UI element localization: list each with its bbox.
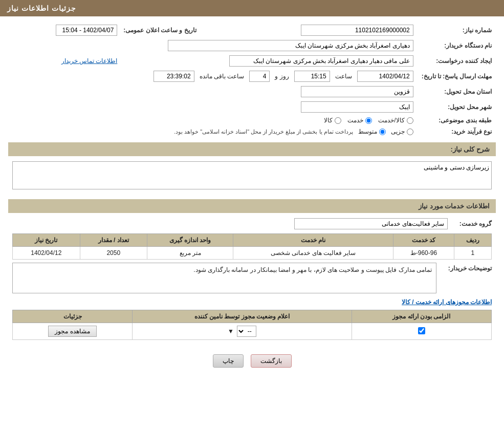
row-creator: ایجاد کننده درخواست: اطلاعات تماس خریدار — [8, 53, 496, 69]
category-radio-kala[interactable]: کالا — [324, 117, 341, 124]
description-textarea[interactable] — [12, 161, 492, 189]
buyer-org-input[interactable] — [168, 40, 413, 51]
cell-unit: متر مربع — [147, 247, 233, 260]
deadline-remaining-input[interactable] — [154, 71, 194, 82]
row-notice-date: شماره نیاز: تاریخ و ساعت اعلان عمومی: — [8, 23, 496, 38]
buyer-desc-text: تمامی مدارک فایل پیوست و صلاحیت های لازم… — [193, 266, 432, 273]
services-table-body: 1 960-96-ط سایر فعالیت های خدماتی شخصی م… — [13, 247, 492, 260]
services-table: ردیف کد خدمت نام خدمت واحد اندازه گیری ت… — [12, 233, 492, 260]
description-content: // Will be populated below — [8, 159, 496, 195]
license-table-body: -- ▼ مشاهده مجوز — [13, 323, 492, 340]
services-section-header: اطلاعات خدمات مورد نیاز — [8, 199, 496, 213]
col-index: ردیف — [454, 234, 491, 247]
deadline-time-label: ساعت — [335, 73, 352, 80]
col-details: جزئیات — [13, 310, 133, 323]
cell-details: مشاهده مجوز — [13, 323, 133, 340]
col-qty: تعداد / مقدار — [80, 234, 147, 247]
creator-input[interactable] — [229, 55, 413, 67]
row-deadline: مهلت ارسال پاسخ: تا تاریخ: ساعت روز و سا… — [8, 69, 496, 84]
service-group-row: گروه خدمت: — [12, 218, 492, 229]
category-kala-label: کالا — [324, 117, 333, 124]
row-city: شهر محل تحویل: — [8, 99, 496, 115]
service-group-input[interactable] — [294, 218, 448, 229]
buyer-desc-row: توضیحات خریدار: تمامی مدارک فایل پیوست و… — [12, 263, 492, 293]
deadline-days-input[interactable] — [249, 71, 270, 82]
date-input[interactable] — [56, 25, 117, 36]
date-label: تاریخ و ساعت اعلان عمومی: — [121, 23, 200, 38]
license-table: الزامی بودن ارائه مجوز اعلام وضعیت مجوز … — [12, 310, 492, 340]
info-table: شماره نیاز: تاریخ و ساعت اعلان عمومی: نا… — [8, 23, 496, 137]
notice-number-input[interactable] — [301, 25, 413, 36]
description-section-header: شرح کلی نیاز: — [8, 142, 496, 156]
main-content: شماره نیاز: تاریخ و ساعت اعلان عمومی: نا… — [0, 16, 504, 381]
category-khedmat-label: خدمت — [347, 117, 363, 124]
deadline-date-input[interactable] — [357, 71, 413, 82]
col-required: الزامی بودن ارائه مجوز — [352, 310, 491, 323]
license-table-header: الزامی بودن ارائه مجوز اعلام وضعیت مجوز … — [13, 310, 492, 323]
purchase-type-label: نوع فرآیند خرید: — [418, 126, 496, 137]
deadline-days-label: روز و — [275, 73, 289, 80]
col-code: کد خدمت — [393, 234, 454, 247]
city-label: شهر محل تحویل: — [418, 99, 496, 115]
view-license-button[interactable]: مشاهده مجوز — [48, 326, 96, 337]
required-checkbox[interactable] — [418, 327, 425, 334]
category-radio-kala-input[interactable] — [335, 117, 341, 124]
page-title: جزئیات اطلاعات نیاز — [7, 4, 76, 12]
table-row: 1 960-96-ط سایر فعالیت های خدماتی شخصی م… — [13, 247, 492, 260]
col-name: نام خدمت — [233, 234, 393, 247]
deadline-label: مهلت ارسال پاسخ: تا تاریخ: — [418, 69, 496, 84]
cell-date: 1402/04/12 — [13, 247, 80, 260]
col-unit: واحد اندازه گیری — [147, 234, 233, 247]
page-wrapper: جزئیات اطلاعات نیاز شماره نیاز: تاریخ و … — [0, 0, 504, 448]
buyer-desc-box: تمامی مدارک فایل پیوست و صلاحیت های لازم… — [12, 263, 436, 293]
province-input[interactable] — [301, 86, 413, 97]
cell-required — [352, 323, 491, 340]
back-button[interactable]: بازگشت — [251, 354, 292, 368]
row-category: طبقه بندی موضوعی: کالا/خدمت خدمت — [8, 115, 496, 126]
city-input[interactable] — [301, 101, 413, 113]
category-radio-khedmat[interactable]: خدمت — [347, 117, 372, 124]
category-radio-kala-khedmat-input[interactable] — [407, 117, 413, 124]
print-button[interactable]: چاپ — [213, 354, 244, 368]
row-purchase-type: نوع فرآیند خرید: جزیی متوسط پرداخت تمام … — [8, 126, 496, 137]
col-date: تاریخ نیاز — [13, 234, 80, 247]
purchase-type-note: پرداخت تمام یا بخشی از مبلغ خریدار از مح… — [174, 129, 353, 135]
row-buyer-org: نام دستگاه خریدار: — [8, 38, 496, 53]
deadline-time-input[interactable] — [294, 71, 330, 82]
category-radio-group: کالا/خدمت خدمت کالا — [12, 117, 413, 124]
deadline-remaining-label: ساعت باقی مانده — [200, 73, 245, 80]
service-group-label: گروه خدمت: — [451, 220, 492, 227]
category-kala-khedmat-label: کالا/خدمت — [378, 117, 404, 124]
row-province: استان محل تحویل: — [8, 84, 496, 99]
table-row: -- ▼ مشاهده مجوز — [13, 323, 492, 340]
cell-status: -- ▼ — [133, 323, 352, 340]
purchase-type-radio-jozi[interactable]: جزیی — [391, 128, 413, 135]
category-radio-kala-khedmat[interactable]: کالا/خدمت — [378, 117, 413, 124]
services-title: اطلاعات خدمات مورد نیاز — [419, 202, 490, 210]
creator-label: ایجاد کننده درخواست: — [418, 53, 496, 69]
province-label: استان محل تحویل: — [418, 84, 496, 99]
purchase-type-jozi-input[interactable] — [407, 129, 413, 135]
description-title: شرح کلی نیاز: — [450, 145, 490, 153]
date-value — [8, 23, 121, 38]
cell-index: 1 — [454, 247, 491, 260]
notice-number-label: شماره نیاز: — [418, 23, 496, 38]
cell-name: سایر فعالیت های خدماتی شخصی — [233, 247, 393, 260]
license-section-link[interactable]: اطلاعات مجوزهای ارائه خدمت / کالا — [402, 298, 492, 306]
category-label: طبقه بندی موضوعی: — [418, 115, 496, 126]
services-table-header: ردیف کد خدمت نام خدمت واحد اندازه گیری ت… — [13, 234, 492, 247]
dropdown-icon: ▼ — [228, 328, 234, 335]
notice-number-value — [221, 23, 418, 38]
page-header: جزئیات اطلاعات نیاز — [0, 0, 504, 16]
purchase-type-jozi-label: جزیی — [391, 128, 405, 135]
cell-code: 960-96-ط — [393, 247, 454, 260]
buyer-desc-label: توضیحات خریدار: — [441, 263, 492, 272]
purchase-type-mutawaset-input[interactable] — [379, 129, 386, 135]
purchase-type-radio-mutawaset[interactable]: متوسط — [358, 128, 386, 135]
category-radio-khedmat-input[interactable] — [365, 117, 372, 124]
contact-link[interactable]: اطلاعات تماس خریدار — [61, 57, 118, 65]
footer-buttons: بازگشت چاپ — [8, 347, 496, 375]
buyer-org-label: نام دستگاه خریدار: — [418, 38, 496, 53]
status-select[interactable]: -- — [237, 326, 256, 337]
cell-qty: 2050 — [80, 247, 147, 260]
